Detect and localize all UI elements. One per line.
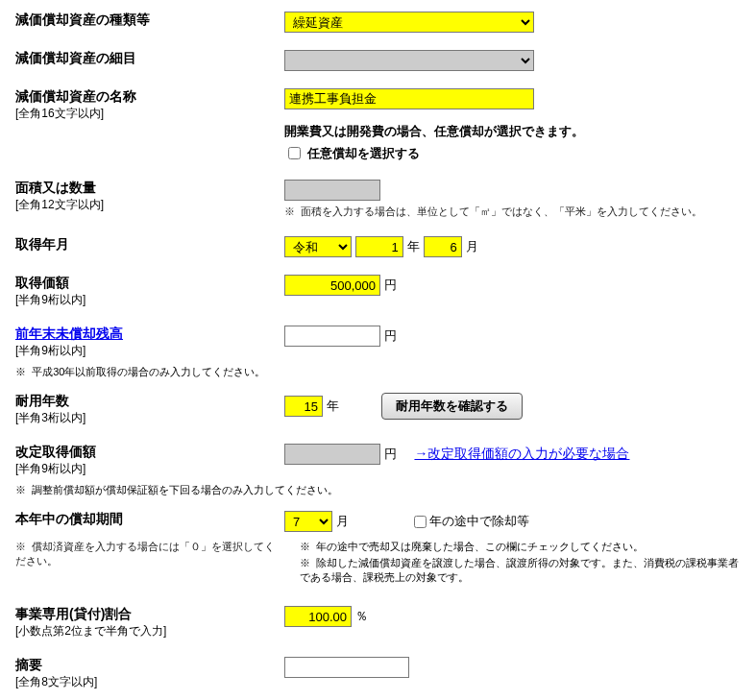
revised-price-note: 調整前償却額が償却保証額を下回る場合のみ入力してください。 — [32, 484, 338, 495]
dep-period-right-note2-prefix: ※ — [300, 557, 310, 568]
revised-price-sub: [半角9桁以内] — [15, 461, 284, 477]
dep-period-left-note-prefix: ※ — [15, 541, 26, 552]
revised-price-help-link[interactable]: →改定取得価額の入力が必要な場合 — [414, 446, 629, 463]
area-qty-label: 面積又は数量 — [15, 180, 284, 197]
prev-balance-unit: 円 — [384, 327, 397, 345]
dep-period-label: 本年中の償却期間 — [15, 511, 123, 526]
acq-price-label: 取得価額 — [15, 275, 284, 292]
revised-price-unit: 円 — [384, 446, 397, 463]
acq-price-input[interactable] — [284, 275, 380, 296]
summary-input[interactable] — [284, 657, 409, 678]
area-qty-note: 面積を入力する場合は、単位として「㎡」ではなく、「平米」を入力してください。 — [301, 205, 702, 217]
asset-name-info: 開業費又は開発費の場合、任意償却が選択できます。 — [284, 123, 741, 140]
asset-name-sub: [全角16文字以内] — [15, 106, 284, 122]
asset-name-label: 減価償却資産の名称 — [15, 88, 284, 106]
mid-year-disposal-checkbox[interactable] — [414, 516, 427, 528]
acq-month-input[interactable] — [424, 236, 462, 257]
asset-detail-label: 減価償却資産の細目 — [15, 50, 136, 65]
acq-year-input[interactable] — [355, 236, 403, 257]
prev-balance-link[interactable]: 前年末未償却残高 — [15, 326, 123, 341]
area-qty-input[interactable] — [284, 180, 380, 201]
arbitrary-dep-checkbox-label: 任意償却を選択する — [307, 145, 420, 162]
useful-life-unit: 年 — [327, 398, 339, 415]
area-qty-note-prefix: ※ — [284, 205, 295, 217]
asset-detail-select[interactable] — [284, 50, 534, 71]
dep-period-right-note1: 年の途中で売却又は廃棄した場合、この欄にチェックしてください。 — [316, 541, 644, 552]
prev-balance-note: 平成30年以前取得の場合のみ入力してください。 — [32, 366, 265, 377]
revised-price-note-prefix: ※ — [15, 484, 26, 495]
asset-name-input[interactable] — [284, 88, 534, 109]
summary-label: 摘要 — [15, 657, 284, 674]
acq-month-unit: 月 — [466, 238, 478, 255]
confirm-useful-life-button[interactable]: 耐用年数を確認する — [381, 393, 523, 420]
summary-sub: [全角8文字以内] — [15, 674, 284, 690]
asset-type-select[interactable]: 繰延資産 — [284, 12, 534, 33]
biz-ratio-unit: ％ — [355, 608, 368, 625]
acq-price-unit: 円 — [384, 277, 397, 294]
acq-date-label: 取得年月 — [15, 236, 69, 252]
acq-price-sub: [半角9桁以内] — [15, 292, 284, 308]
acq-era-select[interactable]: 令和 — [284, 236, 352, 257]
acq-year-unit: 年 — [407, 238, 420, 255]
useful-life-input[interactable] — [284, 396, 323, 417]
area-qty-sub: [全角12文字以内] — [15, 197, 284, 213]
dep-period-select[interactable]: 7 — [284, 511, 332, 532]
dep-period-right-note1-prefix: ※ — [300, 541, 310, 552]
revised-price-input[interactable] — [284, 444, 380, 465]
dep-period-left-note: 償却済資産を入力する場合には「０」を選択してください。 — [15, 541, 275, 567]
useful-life-label: 耐用年数 — [15, 393, 284, 410]
dep-period-right-note2: 除却した減価償却資産を譲渡した場合、譲渡所得の対象です。また、消費税の課税事業者… — [300, 557, 739, 583]
biz-ratio-sub: [小数点第2位まで半角で入力] — [15, 623, 284, 640]
prev-balance-note-prefix: ※ — [15, 366, 26, 377]
mid-year-disposal-label: 年の途中で除却等 — [429, 513, 529, 530]
dep-period-unit: 月 — [336, 513, 349, 530]
biz-ratio-label: 事業専用(貸付)割合 — [15, 606, 284, 623]
revised-price-label: 改定取得価額 — [15, 444, 284, 461]
prev-balance-input[interactable] — [284, 326, 380, 347]
asset-type-label: 減価償却資産の種類等 — [15, 12, 150, 27]
biz-ratio-input[interactable] — [284, 606, 352, 627]
useful-life-sub: [半角3桁以内] — [15, 410, 284, 426]
prev-balance-sub: [半角9桁以内] — [15, 343, 284, 359]
arbitrary-dep-checkbox[interactable] — [288, 147, 301, 159]
